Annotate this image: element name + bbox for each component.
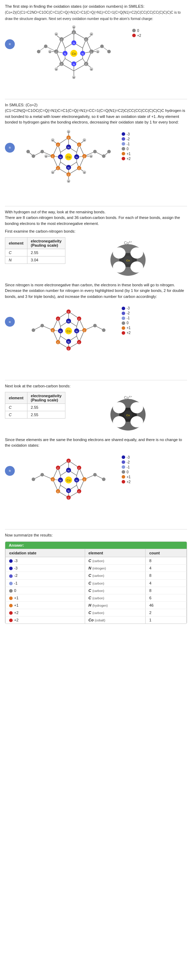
svg-text:C: C	[83, 479, 85, 481]
result-count-6: 46	[146, 601, 187, 609]
result-ox-8: +2	[6, 616, 85, 624]
svg-text:C: C	[57, 490, 59, 493]
legend-1: 0 +2	[132, 29, 141, 38]
svg-point-158	[40, 150, 44, 153]
svg-point-287	[93, 473, 97, 476]
svg-text:H: H	[90, 156, 92, 158]
cn-row-N: N 3.04	[5, 256, 66, 264]
svg-text:C: C	[57, 318, 59, 320]
svg-text:H: H	[55, 68, 57, 71]
svg-point-157	[107, 150, 111, 153]
results-header-oxidation: oxidation state	[6, 549, 85, 557]
cn-table: element electronegativity(Pauling scale)…	[5, 237, 66, 264]
svg-point-76	[37, 50, 40, 53]
results-header-element: element	[85, 549, 146, 557]
result-row-6: +1 H (hydrogen) 46	[6, 601, 187, 609]
svg-text:C: C	[67, 348, 69, 350]
result-element-6: H (hydrogen)	[85, 601, 146, 609]
molecule-diagram-2: ≈	[5, 129, 187, 202]
results-text: Now summarize the results:	[5, 532, 187, 538]
svg-text:Co: Co	[66, 479, 71, 482]
section2-sub: First examine the carbon-nitrogen bonds:	[5, 228, 187, 234]
svg-point-71	[100, 45, 104, 48]
svg-text:N: N	[67, 146, 70, 149]
molecule-img-area-2: Co N N N N C C C C C	[18, 129, 187, 202]
svg-text:Co: Co	[66, 156, 71, 159]
silhouette-svg-2: Co4+ Co	[103, 392, 153, 434]
svg-text:C: C	[78, 467, 80, 469]
result-row-8: +2 Co (cobalt) 1	[6, 616, 187, 624]
svg-text:C: C	[57, 467, 59, 469]
molecule-img-area-4: Co N N N N C C C C C C	[18, 452, 187, 526]
svg-text:H: H	[90, 68, 92, 71]
svg-text:Co: Co	[126, 259, 130, 262]
svg-text:N: N	[75, 479, 78, 482]
cc-en-C1: 2.55	[27, 404, 65, 411]
result-element-3: C (carbon)	[85, 579, 146, 587]
svg-point-165	[130, 247, 143, 259]
result-ox-0: -3	[6, 557, 85, 565]
svg-text:C: C	[78, 318, 80, 320]
svg-text:N: N	[67, 166, 70, 169]
svg-text:C: C	[85, 63, 87, 65]
answer-label: Answer:	[5, 542, 187, 549]
svg-text:N: N	[73, 42, 75, 45]
cc-table: element electronegativity(Pauling scale)…	[5, 392, 66, 418]
svg-text:C: C	[85, 38, 87, 41]
cc-note-paragraph: Since these elements are the same the bo…	[5, 437, 187, 449]
cn-header-element: element	[5, 237, 27, 249]
result-element-5: C (carbon)	[85, 594, 146, 601]
molecule-diagram-1: ≈	[5, 25, 187, 95]
divider-4	[5, 529, 187, 530]
cobalt-silhouette-1: Co4+ Co	[69, 237, 187, 279]
svg-text:N: N	[67, 320, 70, 323]
cn-table-wrapper: element electronegativity(Pauling scale)…	[5, 237, 66, 264]
svg-text:H: H	[97, 51, 98, 53]
svg-text:C: C	[57, 144, 59, 146]
result-ox-6: +1	[6, 601, 85, 609]
cn-element-C: C	[5, 249, 27, 256]
cobalt-silhouette-2: Co4+ Co	[69, 392, 187, 434]
svg-text:H: H	[52, 172, 53, 174]
divider-1	[5, 99, 187, 99]
svg-text:C: C	[78, 167, 80, 170]
result-element-2: C (carbon)	[85, 572, 146, 579]
section1-paragraph: In SMILES: (Co+2)(C1=C2N(Q=C1OC(C=Q(=N1)…	[5, 102, 187, 125]
svg-text:C: C	[61, 63, 62, 65]
svg-point-232	[130, 416, 143, 427]
svg-text:H: H	[83, 139, 85, 142]
cn-en-C: 2.55	[27, 249, 65, 256]
result-row-4: 0 C (carbon) 8	[6, 587, 187, 594]
svg-point-224	[40, 324, 44, 328]
svg-point-225	[32, 328, 35, 332]
svg-text:N: N	[59, 479, 62, 482]
answer-box: Answer: oxidation state element count -3…	[5, 541, 187, 624]
legend-item-m2: -2	[122, 137, 130, 141]
result-ox-2: -2	[6, 572, 85, 579]
svg-text:C: C	[83, 156, 85, 158]
svg-line-7	[62, 32, 74, 39]
svg-text:H: H	[49, 51, 51, 53]
svg-point-229	[113, 402, 126, 413]
svg-text:C: C	[73, 32, 75, 34]
cn-en-N: 3.04	[27, 256, 65, 264]
result-element-7: C (carbon)	[85, 609, 146, 616]
result-element-1: N (nitrogen)	[85, 565, 146, 572]
result-ox-7: +2	[6, 609, 85, 616]
svg-point-164	[113, 247, 126, 259]
molecule-img-area-1: Co N N N N C C C C C	[18, 25, 187, 95]
molecule-diagram-3: ≈	[5, 303, 187, 377]
svg-text:H: H	[67, 131, 69, 133]
svg-text:C: C	[83, 329, 85, 332]
result-count-0: 8	[146, 557, 187, 565]
svg-text:C: C	[67, 497, 69, 499]
svg-point-160	[26, 150, 30, 153]
molecule-img-area-3: Co N N N N C C C C C	[18, 303, 187, 377]
svg-text:H: H	[90, 33, 92, 36]
legend-item-p1: +1	[122, 152, 130, 156]
result-row-5: +1 C (carbon) 6	[6, 594, 187, 601]
result-count-8: 1	[146, 616, 187, 624]
svg-text:Co: Co	[66, 329, 71, 333]
molecule-svg-1: Co N N N N C C C C C	[18, 25, 130, 95]
cc-header-en: electronegativity(Pauling scale)	[27, 392, 65, 404]
